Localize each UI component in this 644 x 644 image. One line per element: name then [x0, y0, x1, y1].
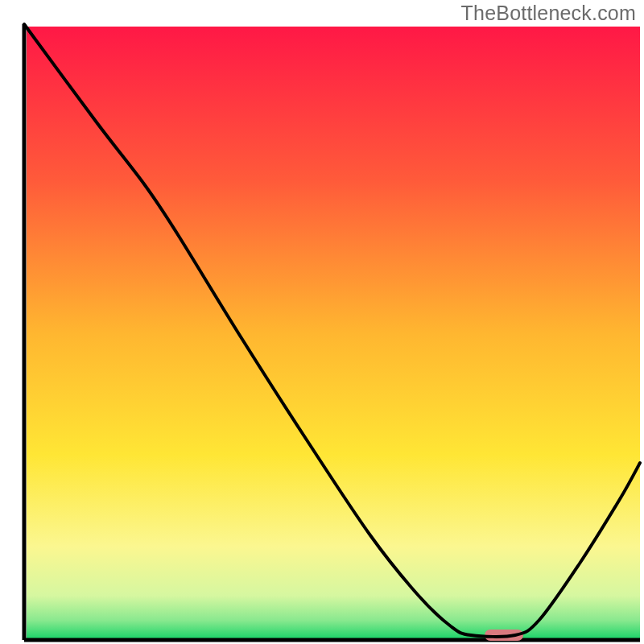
watermark-text: TheBottleneck.com — [461, 2, 636, 25]
chart-container: TheBottleneck.com — [0, 0, 644, 644]
plot-background — [27, 27, 640, 638]
bottleneck-chart — [0, 0, 644, 644]
